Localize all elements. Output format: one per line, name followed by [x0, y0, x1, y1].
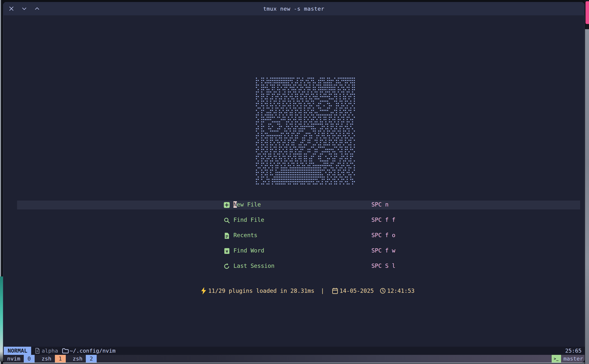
terminal-content: New FileSPC nFind FileSPC f fRecentsSPC …: [3, 15, 585, 347]
tmux-window-name: zsh: [73, 356, 86, 362]
plus-square-icon: [224, 202, 230, 208]
terminal-icon: >_: [552, 355, 561, 363]
terminal-window: tmux new -s master New FileSPC nFind Fil…: [3, 2, 585, 363]
menu-item-recents[interactable]: RecentsSPC f o: [17, 231, 580, 240]
folder-icon: [62, 348, 69, 354]
wallpaper-teal-strip: [0, 276, 3, 362]
footer-time: 12:41:53: [387, 288, 415, 294]
footer-date: 14-05-2025: [340, 288, 374, 294]
file-lines-icon: [224, 232, 230, 239]
tmux-window-zsh-1[interactable]: zsh1: [42, 355, 66, 363]
dashboard-footer: 11/29 plugins loaded in 28.31ms | 14-05-…: [199, 286, 414, 295]
cursor-position: 25:65: [565, 348, 582, 354]
menu-item-label: Last Session: [233, 263, 274, 269]
menu-item-shortcut: SPC n: [371, 201, 388, 208]
tmux-window-nvim-0[interactable]: nvim0: [7, 355, 35, 363]
clock-icon: [380, 288, 386, 294]
menu-item-label: Find File: [233, 217, 264, 223]
menu-item-shortcut: SPC S l: [371, 263, 395, 269]
file-icon: [35, 348, 40, 354]
menu-item-label: Find Word: [233, 247, 264, 254]
menu-item-shortcut: SPC f o: [371, 232, 395, 238]
wallpaper-grey-strip: [585, 29, 589, 364]
word-icon: W: [224, 248, 230, 254]
tmux-session-segment: >_ master: [552, 355, 583, 363]
menu-item-label: New File: [233, 201, 261, 208]
tmux-window-zsh-2[interactable]: zsh2: [73, 355, 97, 363]
statusline: NORMAL alpha ~/.config/nvim 25:65: [3, 347, 585, 355]
search-icon: [224, 217, 230, 224]
working-directory-path: ~/.config/nvim: [70, 348, 115, 354]
menu-item-shortcut: SPC f w: [371, 247, 395, 254]
redo-icon: [224, 263, 230, 270]
dashboard-ascii-art: [256, 78, 360, 186]
tmux-window-index-badge: 1: [55, 355, 66, 363]
menu-item-new-file[interactable]: New FileSPC n: [17, 201, 580, 209]
tmux-window-index-badge: 2: [86, 355, 97, 363]
menu-item-last-session[interactable]: Last SessionSPC S l: [17, 262, 580, 271]
svg-text:W: W: [226, 249, 228, 253]
tmux-window-list: nvim0zsh1zsh2: [3, 355, 104, 363]
tmux-status-bar: nvim0zsh1zsh2 >_ master: [3, 355, 585, 363]
wallpaper-pink-shape: [586, 1, 589, 24]
menu-item-find-word[interactable]: WFind WordSPC f w: [17, 247, 580, 255]
footer-separator: |: [321, 288, 324, 294]
titlebar[interactable]: tmux new -s master: [3, 2, 585, 15]
tmux-window-name: zsh: [42, 356, 55, 362]
calendar-icon: [332, 288, 338, 294]
tmux-window-name: nvim: [7, 356, 24, 362]
active-plugin-name: alpha: [42, 348, 58, 354]
menu-item-shortcut: SPC f f: [371, 217, 395, 223]
menu-item-label: Recents: [233, 232, 257, 238]
menu-item-find-file[interactable]: Find FileSPC f f: [17, 216, 580, 225]
cursor-block: N: [233, 201, 237, 208]
plugins-loaded-text: 11/29 plugins loaded in 28.31ms: [208, 288, 314, 294]
zap-icon: [201, 287, 207, 295]
window-bottom-border: [3, 363, 585, 364]
mode-badge: NORMAL: [4, 347, 31, 355]
window-title: tmux new -s master: [3, 2, 585, 15]
tmux-window-index-badge: 0: [24, 355, 35, 363]
tmux-session-name: master: [564, 356, 583, 362]
